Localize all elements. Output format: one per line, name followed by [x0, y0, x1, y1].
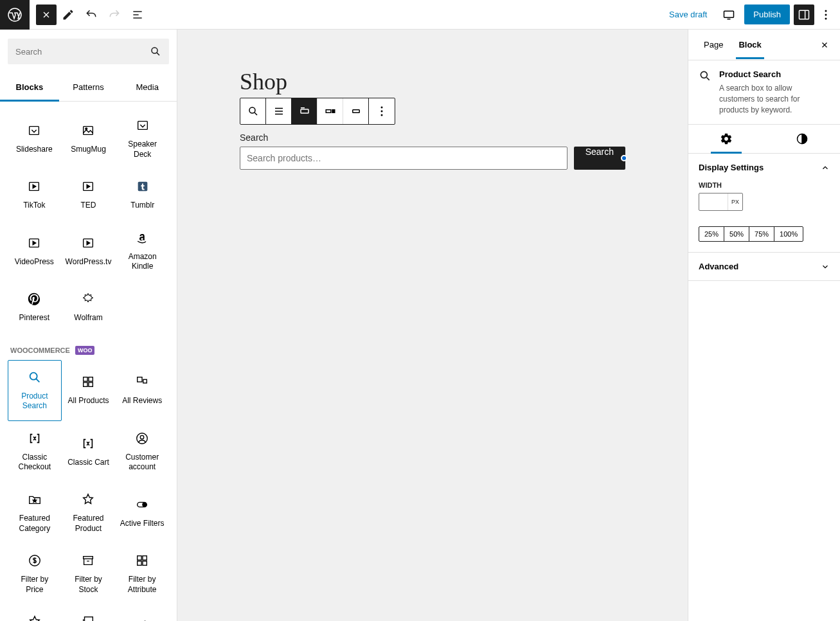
- block-item-active-filters[interactable]: Active Filters: [115, 482, 169, 543]
- svg-point-24: [140, 435, 144, 439]
- preview-icon[interactable]: [717, 3, 740, 26]
- block-item-ted[interactable]: TED: [61, 169, 116, 221]
- undo-icon[interactable]: [80, 3, 103, 26]
- video-box-icon: [80, 235, 96, 251]
- block-item-wordpress.tv[interactable]: WordPress.tv: [61, 221, 116, 282]
- block-label: Filter by Attribute: [120, 575, 165, 595]
- tab-page[interactable]: Page: [696, 31, 731, 59]
- inserter-search[interactable]: [8, 39, 169, 64]
- block-item-pinterest[interactable]: Pinterest: [8, 282, 61, 333]
- toggle-icon: [134, 497, 150, 512]
- search-label[interactable]: Search: [240, 132, 625, 143]
- block-item-product-search[interactable]: Product Search: [8, 360, 62, 421]
- block-item-filter-by-rating[interactable]: Filter by Rating: [8, 604, 62, 621]
- settings-sub-tabs: [688, 125, 840, 154]
- block-item-featured-category[interactable]: Featured Category: [8, 482, 62, 543]
- search-icon: [27, 370, 42, 385]
- blocks-list[interactable]: SlideshareSmugMugSpeaker DeckTikTokTEDTu…: [0, 102, 177, 621]
- svg-rect-33: [85, 617, 93, 621]
- svg-rect-17: [84, 377, 87, 381]
- inserter-search-input[interactable]: [15, 47, 150, 57]
- account-icon: [134, 431, 150, 446]
- wordpress-logo-icon[interactable]: [0, 0, 30, 30]
- block-item-hand-picked-products[interactable]: Hand-picked Products: [62, 604, 116, 621]
- width-pct-75[interactable]: 75%: [749, 227, 774, 241]
- advanced-panel: Advanced: [688, 253, 840, 281]
- button-label-icon[interactable]: [343, 98, 369, 124]
- block-item-tiktok[interactable]: TikTok: [8, 169, 61, 221]
- block-item-videopress[interactable]: VideoPress: [8, 221, 61, 282]
- width-pct-50[interactable]: 50%: [724, 227, 749, 241]
- block-label: All Products: [67, 396, 109, 406]
- block-item-tumblr[interactable]: Tumblr: [116, 169, 169, 221]
- svg-rect-32: [143, 561, 147, 565]
- block-item-slideshare[interactable]: Slideshare: [8, 108, 61, 169]
- close-inserter-button[interactable]: [36, 4, 57, 25]
- block-item-amazon-kindle[interactable]: Amazon Kindle: [116, 221, 169, 282]
- product-search-button[interactable]: Search: [574, 147, 625, 170]
- slideshare-icon: [135, 118, 150, 133]
- block-item-filter-by-stock[interactable]: Filter by Stock: [62, 543, 116, 604]
- block-label: Slideshare: [16, 145, 53, 155]
- block-label: VideoPress: [15, 257, 54, 267]
- block-item-mini-cart[interactable]: Mini-Cart: [115, 604, 169, 621]
- width-input-wrapper: PX: [699, 193, 743, 211]
- block-item-speaker-deck[interactable]: Speaker Deck: [116, 108, 169, 169]
- advanced-header[interactable]: Advanced: [688, 253, 840, 280]
- svg-rect-1: [724, 11, 734, 17]
- toggle-label-icon[interactable]: [292, 98, 317, 124]
- block-item-all-products[interactable]: All Products: [62, 360, 116, 421]
- block-item-classic-cart[interactable]: Classic Cart: [62, 421, 116, 482]
- block-label: Speaker Deck: [120, 140, 165, 159]
- document-outline-icon[interactable]: [126, 3, 149, 26]
- search-icon: [150, 46, 161, 57]
- toolbar-left: [0, 0, 149, 29]
- block-item-filter-by-price[interactable]: Filter by Price: [8, 543, 62, 604]
- folder-star-icon: [27, 492, 42, 507]
- block-item-featured-product[interactable]: Featured Product: [62, 482, 116, 543]
- selection-handle-icon[interactable]: [621, 155, 627, 161]
- block-more-icon[interactable]: [369, 98, 395, 124]
- width-pct-100[interactable]: 100%: [774, 227, 803, 241]
- settings-tab-icon[interactable]: [688, 125, 764, 153]
- svg-rect-18: [89, 377, 93, 381]
- width-pct-25[interactable]: 25%: [699, 227, 724, 241]
- block-type-icon[interactable]: [240, 98, 266, 124]
- align-icon[interactable]: [266, 98, 292, 124]
- button-position-icon[interactable]: [317, 98, 343, 124]
- sidebar-toggle-icon[interactable]: [794, 4, 814, 25]
- edit-tool-icon[interactable]: [57, 3, 80, 26]
- redo-icon[interactable]: [103, 3, 126, 26]
- svg-rect-40: [326, 110, 331, 113]
- tab-patterns[interactable]: Patterns: [59, 73, 118, 101]
- width-unit[interactable]: PX: [728, 194, 742, 210]
- block-item-filter-by-attribute[interactable]: Filter by Attribute: [115, 543, 169, 604]
- styles-tab-icon[interactable]: [764, 125, 840, 153]
- tab-blocks[interactable]: Blocks: [0, 73, 59, 101]
- tab-media[interactable]: Media: [118, 73, 177, 101]
- save-draft-button[interactable]: Save draft: [663, 4, 713, 24]
- svg-rect-31: [138, 561, 141, 565]
- product-search-input[interactable]: [240, 147, 567, 170]
- block-item-wolfram[interactable]: Wolfram: [61, 282, 116, 333]
- block-item-smugmug[interactable]: SmugMug: [61, 108, 116, 169]
- display-settings-header[interactable]: Display Settings: [688, 154, 840, 181]
- page-title[interactable]: Shop: [240, 68, 625, 95]
- svg-rect-19: [84, 382, 87, 386]
- star-outline-icon: [80, 492, 96, 507]
- width-input[interactable]: [699, 197, 728, 206]
- svg-point-44: [381, 111, 383, 113]
- block-info: Product Search A search box to allow cus…: [688, 60, 840, 125]
- publish-button[interactable]: Publish: [744, 4, 790, 24]
- more-menu-icon[interactable]: [818, 3, 834, 26]
- tab-block[interactable]: Block: [731, 31, 769, 59]
- close-sidebar-icon[interactable]: [817, 37, 832, 53]
- block-label: Pinterest: [19, 313, 49, 323]
- block-item-all-reviews[interactable]: All Reviews: [115, 360, 169, 421]
- editor-canvas[interactable]: Shop Search Search: [177, 30, 688, 621]
- grid4-icon: [134, 553, 150, 568]
- block-item-classic-checkout[interactable]: Classic Checkout: [8, 421, 62, 482]
- width-label: WIDTH: [699, 181, 830, 189]
- block-info-title: Product Search: [719, 69, 830, 79]
- block-item-customer-account[interactable]: Customer account: [115, 421, 169, 482]
